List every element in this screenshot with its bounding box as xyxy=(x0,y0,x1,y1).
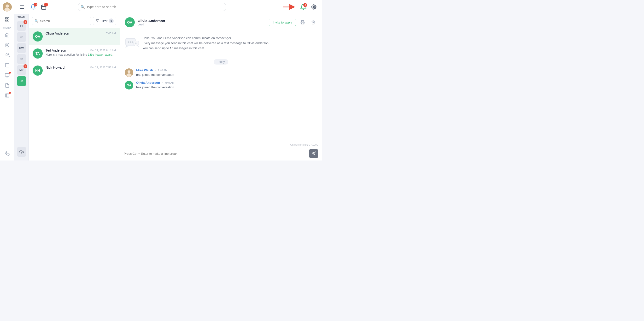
svg-rect-5 xyxy=(5,20,7,21)
day-chip: Today xyxy=(214,59,228,65)
chat-header-actions: Invite to apply xyxy=(269,18,317,26)
svg-point-23 xyxy=(313,6,314,8)
notifications-icon[interactable]: 12 xyxy=(29,3,38,11)
msg-time-olivia: 7:40 AM xyxy=(165,81,174,84)
conv-search-icon: 🔍 xyxy=(34,19,38,23)
bell-button[interactable]: 2 xyxy=(299,3,308,11)
settings-button[interactable] xyxy=(310,3,318,11)
team-btn-tt[interactable]: TT 1 xyxy=(17,21,26,31)
send-button[interactable] xyxy=(309,149,318,158)
chat-footer: Character limit: 0 / 1000 xyxy=(120,142,322,161)
conv-avatar-olivia: OA xyxy=(32,32,43,42)
svg-rect-3 xyxy=(5,18,7,19)
svg-marker-26 xyxy=(96,20,99,22)
team-btn-mr[interactable]: MR 1 xyxy=(17,65,26,75)
conversations-panel: 🔍 Filter 0 OA Olivia Anderson 7:40 A xyxy=(29,14,120,161)
chat-panel: OA Olivia Anderson Lead Invite to apply xyxy=(120,14,322,161)
conv-time-nick: Mar 29, 2022 7:58 AM xyxy=(90,66,116,69)
msg-avatar-mike xyxy=(125,68,133,77)
chat-contact-avatar: OA xyxy=(125,17,135,27)
sidebar-item-dashboard[interactable] xyxy=(3,15,12,24)
invite-to-apply-button[interactable]: Invite to apply xyxy=(269,19,296,26)
conv-item-nick[interactable]: NH Nick Howard Mar 29, 2022 7:58 AM xyxy=(29,62,120,79)
top-header: ☰ 12 1 🔍 2 xyxy=(14,0,322,14)
msg-author-mike: Mike Walsh xyxy=(136,68,153,72)
header-icons: 12 1 xyxy=(29,3,48,11)
search-bar: 🔍 xyxy=(78,3,226,11)
filter-button[interactable]: Filter 0 xyxy=(93,17,116,25)
conv-search-input[interactable] xyxy=(32,17,91,25)
svg-point-30 xyxy=(130,41,131,43)
team-btn-pb[interactable]: PB xyxy=(17,54,26,64)
msg-text-olivia: has joined the conversation xyxy=(136,85,174,89)
svg-rect-27 xyxy=(302,23,304,24)
calendar-icon[interactable]: 1 xyxy=(39,3,48,11)
svg-rect-6 xyxy=(8,20,9,21)
team-panel: TEAM TT 1 SP OW PB MR 1 LD xyxy=(14,14,29,161)
team-badge-tt: 1 xyxy=(24,20,27,24)
chat-contact-role: Lead xyxy=(138,23,165,26)
team-btn-ld[interactable]: LD xyxy=(17,76,26,86)
messages-area: Hello! You and Olivia Anderson can commu… xyxy=(120,31,322,142)
hamburger-button[interactable]: ☰ xyxy=(18,3,26,11)
sidebar-item-document[interactable] xyxy=(3,81,12,90)
red-arrow-icon xyxy=(283,4,297,10)
conv-time-olivia: 7:40 AM xyxy=(106,32,116,35)
msg-author-olivia: Olivia Anderson xyxy=(136,81,160,85)
svg-point-37 xyxy=(126,73,132,77)
conv-preview-ted: Here is a new question for listing Littl… xyxy=(46,53,116,56)
avatar xyxy=(3,3,12,12)
sidebar-item-dollar[interactable] xyxy=(3,41,12,50)
svg-point-1 xyxy=(6,5,9,8)
team-btn-ow[interactable]: OW xyxy=(17,43,26,53)
header-right: 2 xyxy=(283,3,318,11)
sidebar-item-chart[interactable] xyxy=(3,61,12,70)
search-input[interactable] xyxy=(78,3,226,11)
sidebar: MENU xyxy=(0,0,14,161)
svg-point-36 xyxy=(128,70,130,73)
delete-button[interactable] xyxy=(309,18,317,26)
content-area: TEAM TT 1 SP OW PB MR 1 LD xyxy=(14,14,322,161)
conv-search: 🔍 xyxy=(32,17,91,25)
day-divider: Today xyxy=(125,59,317,65)
chat-contact-name: Olivia Anderson xyxy=(138,19,165,23)
svg-point-29 xyxy=(128,41,130,43)
team-btn-sp[interactable]: SP xyxy=(17,32,26,42)
svg-rect-32 xyxy=(134,41,139,45)
main-content: ☰ 12 1 🔍 2 xyxy=(14,0,322,161)
team-badge-mr: 1 xyxy=(24,64,27,68)
svg-rect-4 xyxy=(8,18,9,19)
sidebar-item-home[interactable] xyxy=(3,31,12,40)
bell-badge: 2 xyxy=(303,3,307,7)
svg-point-9 xyxy=(6,54,8,55)
sidebar-menu-label: MENU xyxy=(3,26,11,29)
char-limit: Character limit: 0 / 1000 xyxy=(120,142,322,147)
search-icon: 🔍 xyxy=(80,5,85,9)
msg-text-mike: has joined the conversation xyxy=(136,73,174,77)
upload-button[interactable] xyxy=(17,147,26,157)
team-label: TEAM xyxy=(18,16,25,19)
msg-avatar-olivia: OA xyxy=(125,81,133,90)
sidebar-item-people[interactable] xyxy=(3,51,12,60)
conv-name-ted: Ted Anderson xyxy=(46,49,66,52)
conv-avatar-ted: TA xyxy=(32,49,43,59)
conv-item-ted[interactable]: TA Ted Anderson Mar 29, 2022 8:14 AM Her… xyxy=(29,45,120,62)
print-button[interactable] xyxy=(298,18,307,26)
svg-point-33 xyxy=(135,43,136,44)
conv-avatar-nick: NH xyxy=(32,66,43,76)
message-group-olivia: OA Olivia Anderson ◦ 7:40 AM has joined … xyxy=(125,81,317,90)
svg-point-2 xyxy=(4,8,10,12)
welcome-text: Hello! You and Olivia Anderson can commu… xyxy=(142,36,270,51)
sidebar-item-support[interactable] xyxy=(3,149,12,158)
svg-rect-11 xyxy=(5,74,9,77)
svg-point-34 xyxy=(136,43,138,44)
notification-badge: 12 xyxy=(34,3,38,7)
conv-header: 🔍 Filter 0 xyxy=(29,14,120,28)
sidebar-item-device[interactable] xyxy=(3,71,12,80)
calendar-badge: 1 xyxy=(44,3,48,7)
sidebar-item-table[interactable] xyxy=(3,91,12,100)
chat-contact: OA Olivia Anderson Lead xyxy=(125,17,165,27)
filter-count: 0 xyxy=(109,19,114,23)
chat-input[interactable] xyxy=(124,152,307,155)
conv-item-olivia[interactable]: OA Olivia Anderson 7:40 AM xyxy=(29,28,120,45)
